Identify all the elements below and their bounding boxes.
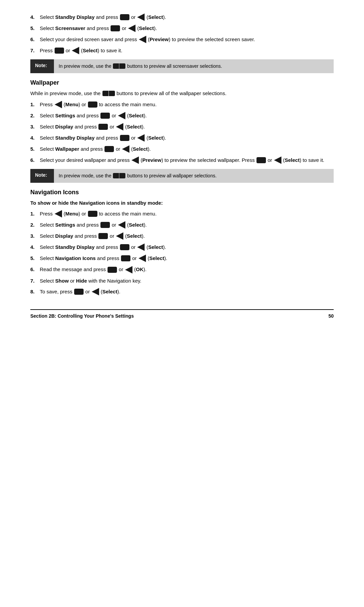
arrow-button-icon bbox=[128, 25, 135, 32]
step-number: 6. bbox=[30, 36, 40, 44]
step-content: Select Settings and press or (Select). bbox=[40, 112, 334, 120]
select-label: Select bbox=[129, 113, 144, 118]
top-steps-list: 4. Select Standby Display and press or (… bbox=[30, 13, 334, 55]
select-label: Select bbox=[139, 25, 154, 31]
step-bold: Settings bbox=[55, 222, 75, 228]
step-bold: Standby Display bbox=[55, 244, 95, 250]
arrow-button-icon bbox=[137, 134, 145, 142]
arrow-button-icon bbox=[125, 266, 132, 273]
select-label: Select bbox=[129, 222, 144, 228]
note-text: In preview mode, use the buttons to prev… bbox=[54, 169, 221, 183]
wallpaper-steps-list: 1. Press (Menu) or to access the main me… bbox=[30, 101, 334, 164]
list-item: 5. Select Wallpaper and press or (Select… bbox=[30, 145, 334, 153]
page-footer: Section 2B: Controlling Your Phone's Set… bbox=[30, 309, 334, 319]
arrow-button-icon bbox=[116, 232, 123, 240]
step-content: Select your desired screen saver and pre… bbox=[40, 36, 334, 44]
preview-label: Preview bbox=[150, 36, 169, 42]
list-item: 1. Press (Menu) or to access the main me… bbox=[30, 101, 334, 109]
arrow-button-icon bbox=[118, 221, 125, 229]
nav-icons-steps-list: 1. Press (Menu) or to access the main me… bbox=[30, 210, 334, 296]
step-number: 1. bbox=[30, 210, 40, 218]
rect-button-icon bbox=[74, 289, 84, 295]
btn-pair-left-icon bbox=[113, 63, 119, 69]
step-bold: Display bbox=[55, 124, 73, 129]
step-content: To save, press or (Select). bbox=[40, 288, 334, 296]
step-bold: Standby Display bbox=[55, 135, 95, 141]
rect-button-icon bbox=[256, 157, 266, 163]
preview-label: Preview bbox=[142, 157, 161, 163]
rect-button-icon bbox=[98, 124, 108, 130]
rect-button-icon bbox=[55, 48, 64, 54]
note-label: Note: bbox=[30, 169, 54, 183]
select-label: Select bbox=[83, 48, 97, 53]
list-item: 7. Select Show or Hide with the Navigati… bbox=[30, 277, 334, 285]
select-label: Select bbox=[127, 233, 142, 239]
arrow-button-icon bbox=[72, 47, 79, 54]
step-number: 2. bbox=[30, 112, 40, 120]
footer-left: Section 2B: Controlling Your Phone's Set… bbox=[30, 313, 134, 319]
step-content: Read the message and press or (OK). bbox=[40, 266, 334, 273]
btn-pair-left-icon bbox=[102, 91, 109, 96]
hide-label: Hide bbox=[76, 278, 87, 284]
step-bold: Standby Display bbox=[55, 14, 95, 20]
ok-label: OK bbox=[136, 266, 144, 272]
menu-label: Menu bbox=[65, 211, 79, 216]
footer-right: 50 bbox=[328, 313, 334, 319]
arrow-button-icon bbox=[118, 112, 125, 119]
step-content: Select Standby Display and press or (Sel… bbox=[40, 13, 334, 21]
step-content: Select Wallpaper and press or (Select). bbox=[40, 145, 334, 153]
step-number: 4. bbox=[30, 134, 40, 142]
select-label: Select bbox=[127, 124, 142, 129]
list-item: 8. To save, press or (Select). bbox=[30, 288, 334, 296]
list-item: 5. Select Screensaver and press or (Sele… bbox=[30, 25, 334, 32]
nav-icons-sub: To show or hide the Navigation icons in … bbox=[30, 199, 334, 207]
rect-button-icon bbox=[120, 244, 129, 250]
arrow-button-icon bbox=[116, 123, 123, 131]
list-item: 6. Read the message and press or (OK). bbox=[30, 266, 334, 273]
step-content: Select Navigation Icons and press or (Se… bbox=[40, 255, 334, 262]
rect-button-icon bbox=[120, 135, 129, 141]
list-item: 2. Select Settings and press or (Select)… bbox=[30, 221, 334, 229]
step-content: Select Standby Display and press or (Sel… bbox=[40, 134, 334, 142]
step-content: Select Screensaver and press or (Select)… bbox=[40, 25, 334, 32]
list-item: 3. Select Display and press or (Select). bbox=[30, 123, 334, 131]
list-item: 1. Press (Menu) or to access the main me… bbox=[30, 210, 334, 218]
show-label: Show bbox=[55, 278, 69, 284]
arrow-button-icon bbox=[122, 145, 129, 153]
step-bold: Screensaver bbox=[55, 25, 85, 31]
step-number: 4. bbox=[30, 243, 40, 251]
rect-button-icon bbox=[88, 211, 97, 217]
arrow-button-icon bbox=[55, 210, 62, 218]
list-item: 3. Select Display and press or (Select). bbox=[30, 232, 334, 240]
step-bold: Wallpaper bbox=[55, 146, 79, 152]
arrow-button-icon bbox=[131, 156, 139, 164]
select-label: Select bbox=[148, 14, 163, 20]
step-number: 7. bbox=[30, 47, 40, 55]
wallpaper-intro: While in preview mode, use the buttons t… bbox=[30, 90, 334, 97]
note-box-1: Note: In preview mode, use the buttons t… bbox=[30, 59, 334, 73]
step-number: 7. bbox=[30, 277, 40, 285]
step-number: 2. bbox=[30, 221, 40, 229]
arrow-button-icon bbox=[139, 36, 146, 43]
list-item: 6. Select your desired wallpaper and pre… bbox=[30, 156, 334, 164]
list-item: 6. Select your desired screen saver and … bbox=[30, 36, 334, 44]
step-number: 5. bbox=[30, 255, 40, 262]
list-item: 2. Select Settings and press or (Select)… bbox=[30, 112, 334, 120]
btn-pair-right-icon bbox=[119, 173, 125, 178]
step-bold: Display bbox=[55, 233, 73, 239]
rect-button-icon bbox=[111, 25, 120, 31]
step-content: Select your desired wallpaper and press … bbox=[40, 156, 334, 164]
select-label: Select bbox=[149, 255, 164, 261]
rect-button-icon bbox=[121, 255, 130, 261]
note-text: In preview mode, use the buttons to prev… bbox=[54, 59, 227, 73]
select-label: Select bbox=[285, 157, 300, 163]
rect-button-icon bbox=[100, 113, 110, 119]
step-number: 1. bbox=[30, 101, 40, 109]
rect-button-icon bbox=[88, 102, 97, 108]
list-item: 5. Select Navigation Icons and press or … bbox=[30, 255, 334, 262]
arrow-button-icon bbox=[274, 156, 281, 164]
step-content: Press or (Select) to save it. bbox=[40, 47, 334, 55]
btn-pair-icon bbox=[113, 64, 125, 69]
arrow-button-icon bbox=[92, 288, 99, 295]
step-number: 4. bbox=[30, 13, 40, 21]
